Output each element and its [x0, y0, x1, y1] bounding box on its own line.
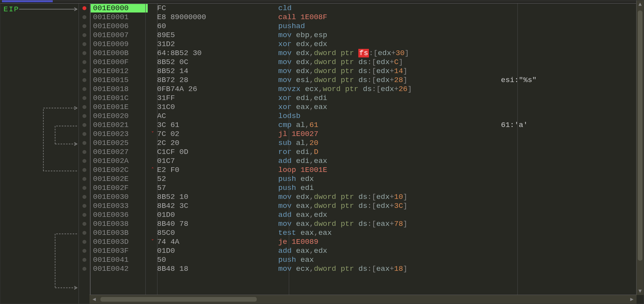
breakpoint-dot[interactable] — [82, 168, 86, 172]
disasm-row[interactable]: 001E003601D0add eax,edx — [91, 210, 637, 219]
disasm-row[interactable]: 001E00158B72 28mov esi,dword ptr ds:[edx… — [91, 75, 637, 84]
breakpoint-dot[interactable] — [82, 105, 86, 109]
breakpoint-slot[interactable] — [79, 111, 90, 120]
breakpoint-slot[interactable] — [79, 21, 90, 30]
column-separator[interactable] — [145, 4, 146, 297]
breakpoint-slot[interactable] — [79, 138, 90, 147]
disasm-row[interactable]: 001E004150push eax — [91, 255, 637, 264]
breakpoint-gutter[interactable] — [79, 4, 91, 304]
disasm-row[interactable]: 001E00128B52 14mov edx,dword ptr ds:[edx… — [91, 66, 637, 75]
disasm-row[interactable]: 001E002F57push edi — [91, 183, 637, 192]
breakpoint-dot[interactable] — [82, 222, 86, 226]
disasm-row[interactable]: 001E0027C1CF 0Dror edi,D — [91, 147, 637, 156]
breakpoint-slot[interactable] — [79, 237, 90, 246]
disasm-row[interactable]: 001E0001E8 89000000call 1E008F — [91, 13, 637, 21]
breakpoint-dot[interactable] — [82, 150, 86, 154]
breakpoint-slot[interactable] — [79, 4, 90, 13]
disasm-row[interactable]: 001E000931D2xor edx,edx — [91, 39, 637, 48]
disasm-row[interactable]: 001E000789E5mov ebp,esp — [91, 30, 637, 39]
breakpoint-slot[interactable] — [79, 147, 90, 156]
breakpoint-slot[interactable] — [79, 192, 90, 201]
breakpoint-slot[interactable] — [79, 13, 90, 21]
breakpoint-dot[interactable] — [82, 87, 86, 91]
breakpoint-dot[interactable] — [82, 249, 86, 253]
breakpoint-slot[interactable] — [79, 30, 90, 39]
breakpoint-slot[interactable] — [79, 129, 90, 138]
breakpoint-dot[interactable] — [82, 177, 86, 181]
disasm-row[interactable]: 001E000B64:8B52 30mov edx,dword ptr fs:[… — [91, 48, 637, 57]
disasm-row[interactable]: 001E000660pushad — [91, 21, 637, 30]
breakpoint-slot[interactable] — [79, 48, 90, 57]
breakpoint-slot[interactable] — [79, 102, 90, 111]
breakpoint-dot[interactable] — [82, 141, 86, 145]
breakpoint-dot[interactable] — [82, 78, 86, 82]
disasm-row[interactable]: 001E00428B48 18mov ecx,dword ptr ds:[eax… — [91, 264, 637, 273]
breakpoint-slot[interactable] — [79, 57, 90, 66]
disasm-row[interactable]: 001E0020AClodsb — [91, 111, 637, 120]
breakpoint-dot[interactable] — [82, 159, 86, 163]
breakpoint-dot[interactable] — [82, 51, 86, 55]
tab-strip[interactable] — [0, 0, 644, 3]
disasm-row[interactable]: 001E001E31C0xor eax,eax — [91, 102, 637, 111]
breakpoint-slot[interactable] — [79, 219, 90, 228]
breakpoint-slot[interactable] — [79, 39, 90, 48]
disasm-row[interactable]: 001E003F01D0add eax,edx — [91, 246, 637, 255]
scrollbar-thumb[interactable] — [100, 297, 257, 302]
disasm-row[interactable]: 001E0000FCcld — [91, 4, 637, 13]
breakpoint-slot[interactable] — [79, 264, 90, 273]
breakpoint-dot[interactable] — [82, 204, 86, 208]
disasm-row[interactable]: 001E00180FB74A 26movzx ecx,word ptr ds:[… — [91, 84, 637, 93]
breakpoint-dot[interactable] — [82, 213, 86, 217]
breakpoint-dot[interactable] — [82, 60, 86, 64]
breakpoint-dot[interactable] — [82, 15, 86, 19]
disassembly-listing[interactable]: 001E0000FCcld001E0001E8 89000000call 1E0… — [91, 4, 644, 304]
breakpoint-dot[interactable] — [82, 114, 86, 118]
breakpoint-dot[interactable] — [82, 42, 86, 46]
breakpoint-dot[interactable] — [82, 123, 86, 127]
breakpoint-slot[interactable] — [79, 246, 90, 255]
scroll-right-icon[interactable]: ▶ — [629, 296, 635, 302]
column-separator[interactable] — [289, 4, 289, 297]
disasm-row[interactable]: 001E00252C 20sub al,20 — [91, 138, 637, 147]
disasm-row[interactable]: 001E00388B40 78mov eax,dword ptr ds:[eax… — [91, 219, 637, 228]
scroll-up-icon[interactable]: ▲ — [637, 3, 643, 7]
disasm-row[interactable]: 001E002E52push edx — [91, 174, 637, 183]
breakpoint-slot[interactable] — [79, 156, 90, 165]
breakpoint-dot[interactable] — [82, 195, 86, 199]
breakpoint-slot[interactable] — [79, 201, 90, 210]
column-separator[interactable] — [517, 4, 518, 297]
disasm-row[interactable]: 001E000F8B52 0Cmov edx,dword ptr ds:[edx… — [91, 57, 637, 66]
breakpoint-dot-active[interactable] — [82, 6, 86, 10]
breakpoint-dot[interactable] — [82, 69, 86, 73]
disasm-row[interactable]: 001E002C˄E2 F0loop 1E001E — [91, 165, 637, 174]
breakpoint-dot[interactable] — [82, 96, 86, 100]
disasm-row[interactable]: 001E0023˅7C 02jl 1E0027 — [91, 129, 637, 138]
disasm-row[interactable]: 001E00213C 61cmp al,6161:'a' — [91, 120, 637, 129]
scrollbar-vertical[interactable]: ▲ ▼ — [636, 3, 644, 295]
breakpoint-dot[interactable] — [82, 33, 86, 37]
breakpoint-slot[interactable] — [79, 165, 90, 174]
breakpoint-dot[interactable] — [82, 132, 86, 136]
breakpoint-slot[interactable] — [79, 210, 90, 219]
disasm-row[interactable]: 001E001C31FFxor edi,edi — [91, 93, 637, 102]
disasm-row[interactable]: 001E003B85C0test eax,eax — [91, 228, 637, 237]
breakpoint-slot[interactable] — [79, 228, 90, 237]
breakpoint-slot[interactable] — [79, 66, 90, 75]
breakpoint-dot[interactable] — [82, 258, 86, 262]
disasm-row[interactable]: 001E00338B42 3Cmov eax,dword ptr ds:[edx… — [91, 201, 637, 210]
breakpoint-dot[interactable] — [82, 186, 86, 190]
breakpoint-dot[interactable] — [82, 24, 86, 28]
breakpoint-slot[interactable] — [79, 255, 90, 264]
column-separator[interactable] — [157, 4, 157, 297]
breakpoint-dot[interactable] — [82, 240, 86, 244]
breakpoint-slot[interactable] — [79, 183, 90, 192]
breakpoint-slot[interactable] — [79, 174, 90, 183]
breakpoint-slot[interactable] — [79, 84, 90, 93]
disasm-row[interactable]: 001E00308B52 10mov edx,dword ptr ds:[edx… — [91, 192, 637, 201]
scroll-left-icon[interactable]: ◀ — [91, 296, 97, 302]
breakpoint-slot[interactable] — [79, 120, 90, 129]
disasm-row[interactable]: 001E002A01C7add edi,eax — [91, 156, 637, 165]
disasm-row[interactable]: 001E003D˅74 4Aje 1E0089 — [91, 237, 637, 246]
scroll-down-icon[interactable]: ▼ — [637, 288, 643, 294]
breakpoint-slot[interactable] — [79, 75, 90, 84]
